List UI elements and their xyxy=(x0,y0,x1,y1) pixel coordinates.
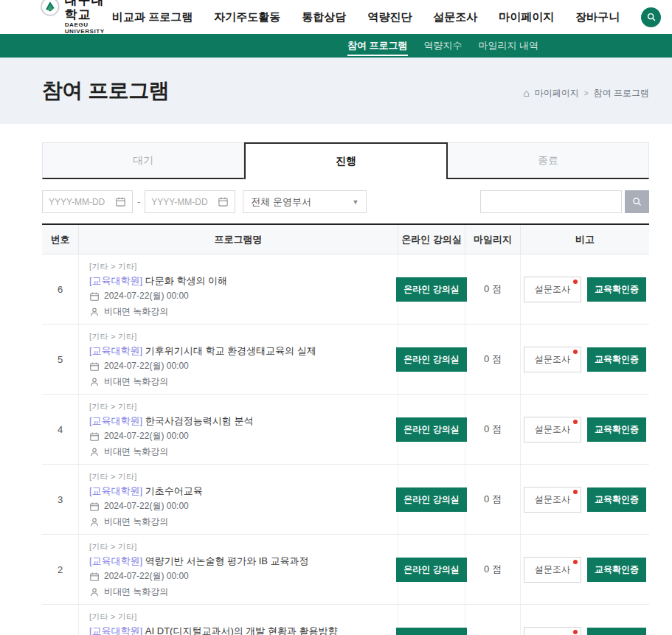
mileage-value: 0 점 xyxy=(465,254,521,324)
mileage-value: 0 점 xyxy=(465,605,521,635)
top-header: 대구대학교 DAEGU UNIVERSITY 비교과 프로그램 자기주도활동 통… xyxy=(0,0,672,34)
program-dept-link[interactable]: [교육대학원] xyxy=(89,625,142,635)
program-dept-link[interactable]: [교육대학원] xyxy=(89,345,142,356)
table-row: 4 [기타 > 기타] [교육대학원] 한국사검정능력시험 분석 2024-07… xyxy=(42,395,649,465)
row-number: 5 xyxy=(42,325,79,394)
survey-button[interactable]: 설문조사 xyxy=(524,277,581,302)
calendar-icon xyxy=(89,291,100,302)
page-title: 참여 프로그램 xyxy=(42,77,169,105)
date-to-field[interactable] xyxy=(145,190,235,213)
program-method: 비대면 녹화강의 xyxy=(104,516,168,528)
online-classroom-button[interactable]: 온라인 강의실 xyxy=(396,558,466,582)
nav-item-survey[interactable]: 설문조사 xyxy=(433,10,477,24)
university-logo[interactable]: 대구대학교 DAEGU UNIVERSITY xyxy=(41,0,112,35)
logo-title: 대구대학교 xyxy=(65,0,112,21)
calendar-icon xyxy=(89,502,100,512)
certificate-button[interactable]: 교육확인증 xyxy=(587,487,646,512)
notification-dot xyxy=(573,490,578,494)
top-nav: 비교과 프로그램 자기주도활동 통합상담 역량진단 설문조사 마이페이지 장바구… xyxy=(112,7,661,27)
mileage-value: 0 점 xyxy=(465,325,521,394)
mileage-value: 0 점 xyxy=(465,465,521,534)
status-tabs: 대기 진행 종료 xyxy=(42,142,649,179)
program-dept-link[interactable]: [교육대학원] xyxy=(89,275,142,286)
filter-row: - 전체 운영부서 ▼ xyxy=(42,190,649,213)
program-dept-link[interactable]: [교육대학원] xyxy=(89,555,142,566)
subnav-item-participation[interactable]: 참여 프로그램 xyxy=(347,39,408,56)
col-header-no: 번호 xyxy=(42,225,79,254)
tab-in-progress[interactable]: 진행 xyxy=(244,142,448,179)
nav-item-mypage[interactable]: 마이페이지 xyxy=(499,10,554,24)
subnav-item-competency-index[interactable]: 역량지수 xyxy=(424,39,463,52)
survey-button[interactable]: 설문조사 xyxy=(524,627,581,635)
certificate-button[interactable]: 교육확인증 xyxy=(587,417,646,442)
online-classroom-button[interactable]: 온라인 강의실 xyxy=(396,628,466,635)
university-emblem-icon xyxy=(41,0,60,20)
program-title-link[interactable]: 역량기반 서논술형 평가와 IB 교육과정 xyxy=(145,555,309,566)
certificate-button[interactable]: 교육확인증 xyxy=(587,347,646,372)
breadcrumb: ⌂ 마이페이지 > 참여 프로그램 xyxy=(523,87,649,100)
survey-button[interactable]: 설문조사 xyxy=(524,487,581,513)
nav-item-self-directed[interactable]: 자기주도활동 xyxy=(214,10,280,24)
program-dept-link[interactable]: [교육대학원] xyxy=(89,415,142,426)
table-header: 번호 프로그램명 온라인 강의실 마일리지 비고 xyxy=(42,225,649,254)
tab-ended[interactable]: 종료 xyxy=(448,142,649,179)
program-title-link[interactable]: 한국사검정능력시험 분석 xyxy=(145,415,254,426)
program-date: 2024-07-22(월) 00:00 xyxy=(104,570,189,583)
nav-item-cart[interactable]: 장바구니 xyxy=(575,10,620,24)
certificate-button[interactable]: 교육확인증 xyxy=(587,277,646,302)
notification-dot xyxy=(573,350,578,354)
survey-button[interactable]: 설문조사 xyxy=(524,347,581,372)
program-method: 비대면 녹화강의 xyxy=(104,445,168,458)
survey-button[interactable]: 설문조사 xyxy=(524,557,581,583)
mileage-value: 0 점 xyxy=(465,395,521,464)
date-to-input[interactable] xyxy=(151,197,218,207)
breadcrumb-separator: > xyxy=(584,89,589,97)
tab-waiting[interactable]: 대기 xyxy=(42,142,244,179)
table-row: 3 [기타 > 기타] [교육대학원] 기초수어교육 2024-07-22(월)… xyxy=(42,465,649,535)
search-icon xyxy=(646,12,657,22)
table-row: 1 [기타 > 기타] [교육대학원] AI DT(디지털교과서)의 개발 현황… xyxy=(42,605,649,635)
breadcrumb-mypage[interactable]: 마이페이지 xyxy=(535,87,579,100)
home-icon[interactable]: ⌂ xyxy=(523,87,529,99)
program-title-link[interactable]: 기후위기시대 학교 환경생태교육의 실제 xyxy=(145,345,316,356)
program-table: 번호 프로그램명 온라인 강의실 마일리지 비고 6 [기타 > 기타] [교육… xyxy=(42,223,649,635)
program-category: [기타 > 기타] xyxy=(89,331,387,342)
nav-item-counseling[interactable]: 통합상담 xyxy=(302,10,346,24)
online-classroom-button[interactable]: 온라인 강의실 xyxy=(396,277,466,302)
search-button[interactable] xyxy=(625,190,649,213)
program-dept-link[interactable]: [교육대학원] xyxy=(89,485,142,496)
certificate-button[interactable]: 교육확인증 xyxy=(587,628,646,635)
department-select[interactable]: 전체 운영부서 ▼ xyxy=(243,190,367,213)
date-from-input[interactable] xyxy=(49,197,115,207)
nav-item-competency[interactable]: 역량진단 xyxy=(367,10,412,24)
program-title-link[interactable]: AI DT(디지털교과서)의 개발 현황과 활용방향 xyxy=(145,625,338,635)
subnav-item-mileage-history[interactable]: 마일리지 내역 xyxy=(479,39,539,52)
nav-item-programs[interactable]: 비교과 프로그램 xyxy=(112,10,193,24)
notification-dot xyxy=(573,560,578,564)
program-method: 비대면 녹화강의 xyxy=(104,586,168,598)
program-date: 2024-07-22(월) 00:00 xyxy=(104,430,189,443)
person-icon xyxy=(89,447,100,457)
program-method: 비대면 녹화강의 xyxy=(104,375,168,388)
calendar-icon[interactable] xyxy=(218,196,229,207)
breadcrumb-current: 참여 프로그램 xyxy=(594,87,649,100)
header-search-button[interactable] xyxy=(641,7,661,27)
row-number: 1 xyxy=(42,605,79,635)
certificate-button[interactable]: 교육확인증 xyxy=(587,558,646,582)
online-classroom-button[interactable]: 온라인 강의실 xyxy=(396,347,466,372)
program-title-link[interactable]: 기초수어교육 xyxy=(145,485,203,496)
row-number: 4 xyxy=(42,395,79,464)
row-number: 3 xyxy=(42,465,79,534)
calendar-icon[interactable] xyxy=(115,196,126,207)
col-header-note: 비고 xyxy=(521,225,649,254)
date-from-field[interactable] xyxy=(42,190,133,213)
table-row: 2 [기타 > 기타] [교육대학원] 역량기반 서논술형 평가와 IB 교육과… xyxy=(42,535,649,605)
person-icon xyxy=(89,307,100,317)
program-category: [기타 > 기타] xyxy=(89,541,387,552)
search-input[interactable] xyxy=(480,190,622,213)
survey-button[interactable]: 설문조사 xyxy=(524,417,581,443)
online-classroom-button[interactable]: 온라인 강의실 xyxy=(396,487,466,512)
table-row: 5 [기타 > 기타] [교육대학원] 기후위기시대 학교 환경생태교육의 실제… xyxy=(42,325,649,395)
online-classroom-button[interactable]: 온라인 강의실 xyxy=(396,417,466,442)
program-title-link[interactable]: 다문화 학생의 이해 xyxy=(145,275,227,286)
